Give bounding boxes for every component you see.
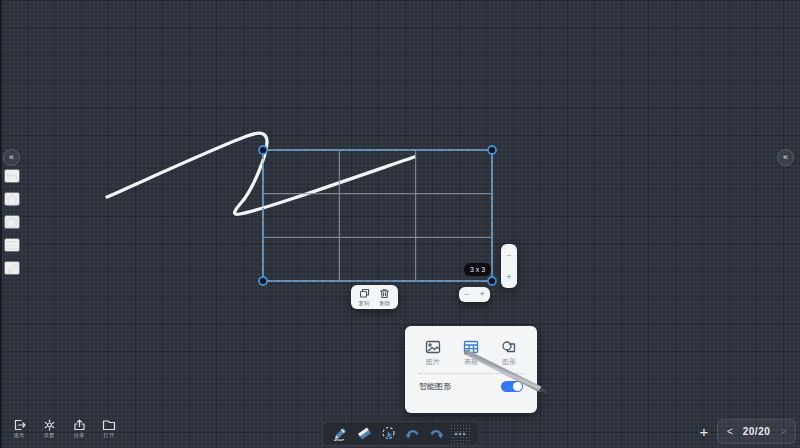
eraser-icon	[356, 425, 373, 442]
page-counter: 20/20	[743, 426, 771, 437]
pages-icon	[5, 216, 19, 229]
gear-icon	[43, 419, 56, 431]
toggle-knob	[513, 382, 522, 391]
right-panel-collapse-button[interactable]: «	[777, 149, 794, 166]
pages-button[interactable]	[4, 215, 20, 229]
menu-button[interactable]	[4, 238, 20, 252]
smart-shape-toggle[interactable]	[501, 381, 523, 392]
home-icon	[5, 193, 19, 206]
insert-options-row: 图片 表格 图形	[417, 340, 525, 365]
system-toolbar: 退出 设置 分享 打开	[8, 419, 120, 438]
redo-icon	[428, 425, 445, 442]
exit-button[interactable]: 退出	[8, 419, 30, 438]
handle-top-left[interactable]	[259, 146, 267, 154]
table-actions-popup: 复制 删除	[351, 285, 398, 309]
undo-tool-button[interactable]	[402, 424, 422, 444]
more-tools-button[interactable]	[450, 424, 470, 444]
open-label: 打开	[104, 432, 115, 437]
add-column-button[interactable]: +	[480, 290, 485, 299]
handle-top-right[interactable]	[488, 146, 496, 154]
pen-tool-button[interactable]	[331, 424, 351, 444]
insert-shapes-button[interactable]: 图形	[501, 340, 517, 365]
pencil-button[interactable]	[4, 261, 20, 275]
delete-label: 删除	[379, 300, 390, 305]
insert-image-label: 图片	[426, 358, 440, 365]
share-icon	[73, 419, 86, 431]
drawing-toolbar	[322, 421, 479, 446]
shapes-icon	[501, 340, 517, 354]
selection-handles[interactable]	[259, 146, 496, 285]
remove-column-button[interactable]: −	[464, 290, 469, 299]
insert-table-label: 表格	[464, 358, 478, 365]
folder-icon	[102, 419, 116, 431]
insert-table-button[interactable]: 表格	[463, 340, 479, 365]
settings-button[interactable]: 设置	[38, 419, 60, 438]
eraser-tool-button[interactable]	[355, 424, 375, 444]
whiteboard-canvas[interactable]: « « 3 x 3 − + 复制 删除	[0, 0, 800, 448]
delete-button[interactable]: 删除	[379, 288, 391, 306]
table-icon	[463, 340, 479, 354]
undo-icon	[404, 425, 421, 442]
handle-bottom-left[interactable]	[259, 277, 267, 285]
add-row-button[interactable]: +	[506, 273, 511, 282]
menu-icon	[5, 240, 19, 251]
ink-stroke[interactable]	[107, 133, 414, 214]
undo-button[interactable]	[4, 169, 20, 183]
pencil-icon	[6, 262, 19, 275]
home-button[interactable]	[4, 192, 20, 206]
table-size-badge: 3 x 3	[464, 263, 491, 276]
undo-icon	[5, 170, 19, 182]
lasso-select-button[interactable]	[379, 424, 399, 444]
chevron-double-left-icon: «	[9, 153, 14, 162]
panel-divider	[419, 373, 523, 374]
redo-tool-button[interactable]	[426, 424, 446, 444]
pen-icon	[332, 425, 349, 442]
share-button[interactable]: 分享	[68, 419, 90, 438]
remove-row-button[interactable]: −	[506, 251, 511, 260]
lasso-icon	[380, 425, 397, 442]
next-page-button[interactable]: >	[780, 426, 786, 437]
prev-page-button[interactable]: <	[727, 426, 733, 437]
left-toolbar	[3, 169, 21, 275]
page-nav-group: < 20/20 >	[717, 419, 796, 444]
share-label: 分享	[74, 432, 85, 437]
handle-bottom-right[interactable]	[488, 277, 496, 285]
exit-label: 退出	[14, 432, 25, 437]
smart-shape-label: 智能图形	[419, 381, 451, 392]
delete-icon	[379, 288, 390, 299]
open-file-button[interactable]: 打开	[98, 419, 120, 438]
sidebar-collapse-button[interactable]: «	[3, 149, 20, 166]
smart-shape-row: 智能图形	[417, 381, 525, 392]
chevron-double-left-icon: «	[783, 153, 788, 162]
row-stepper: − +	[501, 244, 517, 288]
insert-shapes-label: 图形	[502, 358, 516, 365]
copy-button[interactable]: 复制	[358, 288, 370, 306]
insert-image-button[interactable]: 图片	[425, 340, 441, 365]
image-icon	[425, 340, 441, 354]
add-page-button[interactable]: +	[694, 423, 714, 440]
page-navigation: + < 20/20 >	[694, 419, 796, 444]
exit-icon	[13, 419, 26, 431]
copy-label: 复制	[359, 300, 370, 305]
copy-icon	[359, 288, 370, 299]
settings-label: 设置	[44, 432, 55, 437]
drawing-layer	[0, 0, 800, 448]
insert-panel: 图片 表格 图形 智能图形	[405, 326, 537, 413]
more-icon	[452, 426, 468, 442]
column-stepper: − +	[459, 287, 490, 302]
